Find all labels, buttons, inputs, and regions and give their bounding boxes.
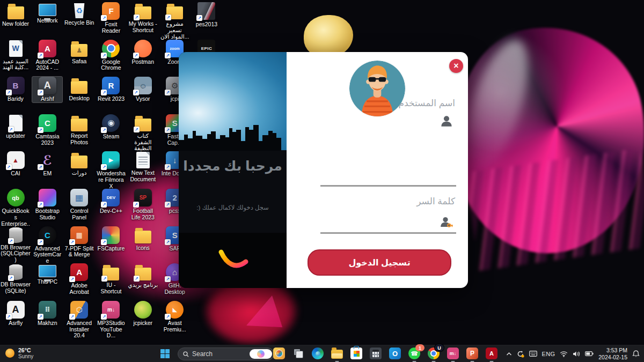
glyph: ℰ bbox=[43, 153, 53, 168]
battery-icon[interactable] bbox=[585, 351, 594, 357]
desktop-icon-vysor[interactable]: ☺↗Vysor bbox=[128, 77, 158, 102]
close-button[interactable]: × bbox=[449, 59, 463, 73]
desktop-icon-db-browser-sqlcipher[interactable]: ↗DB Browser (SQLCipher) bbox=[1, 226, 31, 263]
desktop-icon-bootstrap-studio[interactable]: ↗Bootstrap Studio bbox=[32, 189, 62, 221]
desktop-icon-adobe-acrobat-glyph: A↗ bbox=[70, 263, 88, 281]
copilot-button[interactable] bbox=[250, 349, 272, 359]
edge-taskbar-icon[interactable] bbox=[311, 346, 325, 360]
file-explorer-taskbar-icon[interactable] bbox=[330, 346, 344, 360]
start-button[interactable] bbox=[160, 349, 170, 358]
login-button[interactable]: تسجيل الدخول bbox=[308, 249, 451, 276]
desktop-icon-filmora[interactable]: ▶↗Wondershare Filmora X bbox=[96, 151, 126, 189]
desktop-icon-iu-shortcut[interactable]: ↗IU - Shortcut bbox=[96, 263, 126, 295]
desktop-icon-autocad[interactable]: A↗AutoCAD 2024 - ... bbox=[32, 40, 62, 72]
desktop-icon-baridy[interactable]: B↗Baridy bbox=[1, 77, 31, 102]
touch-keyboard-icon[interactable] bbox=[529, 351, 537, 357]
icon-label: Desktop bbox=[69, 95, 90, 102]
taskbar-clock[interactable]: 3:53 PM 2024-02-15 bbox=[598, 347, 627, 360]
desktop-icon-recycle-bin[interactable]: ♻Recycle Bin bbox=[64, 2, 94, 26]
desktop-icon-google-chrome[interactable]: ↗Google Chrome bbox=[96, 40, 126, 72]
glyph: C bbox=[45, 119, 50, 128]
desktop-icon-advanced-systemcare[interactable]: C↗Advanced SystemCare bbox=[32, 226, 62, 264]
taskbar-search[interactable]: Search bbox=[178, 348, 274, 360]
desktop-icon-safaa-folder[interactable]: ♟Safaa bbox=[64, 40, 94, 65]
task-view-taskbar-icon[interactable] bbox=[291, 346, 305, 360]
desktop-icon-fscapture[interactable]: ↗FSCapture bbox=[96, 226, 126, 252]
volume-icon[interactable] bbox=[573, 351, 580, 357]
hidden-icons-chevron[interactable] bbox=[506, 352, 512, 356]
wifi-icon[interactable] bbox=[560, 351, 568, 357]
desktop-icon-this-pc[interactable]: This PC bbox=[32, 263, 62, 285]
notification-center-icon[interactable] bbox=[632, 350, 640, 357]
desktop-icon-new-folder[interactable]: New folder bbox=[1, 2, 31, 27]
desktop-icon-new-text-document[interactable]: New Text Document bbox=[128, 151, 158, 183]
desktop-icon-adobe-acrobat[interactable]: A↗Adobe Acrobat bbox=[64, 263, 94, 295]
desktop-icon-word-doc[interactable]: Wالسيد عميد ...كلية الهند bbox=[1, 40, 31, 71]
shortcut-arrow-icon: ↗ bbox=[165, 314, 171, 320]
desktop-icon-em[interactable]: ℰ↗EM bbox=[32, 151, 62, 177]
whatsapp-taskbar-icon[interactable]: ☎1 bbox=[407, 346, 421, 360]
desktop-icon-revit[interactable]: R↗Revit 2023 bbox=[96, 77, 126, 102]
desktop-icon-clean-code-folder[interactable]: ↗كتاب الشفرة النظيفة bbox=[128, 114, 158, 152]
desktop-icon-steam[interactable]: ◉↗Steam bbox=[96, 114, 126, 140]
close-icon: × bbox=[453, 61, 458, 71]
desktop-icon-report-photos[interactable]: Report Photos bbox=[64, 114, 94, 146]
outlook-taskbar-icon[interactable]: O bbox=[388, 346, 402, 360]
desktop-icon-desktop-folder[interactable]: Desktop bbox=[64, 77, 94, 102]
desktop-icon-football-life-glyph: SP↗ bbox=[134, 189, 152, 206]
chrome-taskbar-icon[interactable]: U bbox=[427, 346, 441, 360]
glyph: ⌂ bbox=[172, 268, 177, 277]
desktop-icon-7pdf-split-merge[interactable]: ▦↗7-PDF Split & Merge bbox=[64, 226, 94, 258]
desktop-icon-icons-folder[interactable]: Icons bbox=[128, 226, 158, 252]
weather-widget[interactable]: 26°C Sunny bbox=[5, 347, 33, 360]
powerpoint-icon: P bbox=[466, 348, 478, 359]
desktop-icon-advanced-systemcare-glyph: C↗ bbox=[39, 226, 56, 244]
shortcut-arrow-icon: ↗ bbox=[165, 276, 171, 282]
desktop-icon-clean-code-folder-glyph: ↗ bbox=[135, 119, 151, 131]
photos-taskbar-icon[interactable] bbox=[272, 346, 286, 360]
desktop-icon-courses-folder[interactable]: دورات bbox=[64, 151, 94, 176]
icon-label: FSCapture bbox=[98, 246, 125, 252]
desktop-icon-control-panel[interactable]: ▦Control Panel bbox=[64, 189, 94, 221]
chrome-badge: U bbox=[435, 344, 444, 351]
language-indicator[interactable]: ENG bbox=[542, 351, 555, 357]
shortcut-arrow-icon: ↗ bbox=[165, 53, 171, 58]
desktop-icon-pes2013[interactable]: ↗pes2013 bbox=[192, 2, 222, 28]
desktop-icon-makhzn[interactable]: ⠿↗Makhzn bbox=[32, 301, 62, 327]
password-field[interactable] bbox=[320, 232, 456, 234]
desktop-icon-db-browser-sqlite[interactable]: ↗DB Browser (SQLite) bbox=[1, 263, 31, 294]
glyph: m↓ bbox=[450, 351, 457, 356]
sync-update-icon[interactable] bbox=[517, 350, 524, 358]
acrobat-taskbar-icon[interactable]: A bbox=[485, 346, 499, 360]
desktop-icon-avast[interactable]: ◣↗Avast Premiu... bbox=[160, 301, 190, 333]
powerpoint-taskbar-icon[interactable]: P bbox=[465, 346, 479, 360]
shortcut-arrow-icon: ↗ bbox=[69, 239, 75, 245]
desktop-icon-postman[interactable]: ↗Postman bbox=[128, 40, 158, 65]
desktop-icon-updater[interactable]: ↗updater bbox=[1, 114, 31, 139]
desktop-icon-mp3studio[interactable]: m↓↗MP3Studio YouTube D... bbox=[96, 301, 126, 339]
desktop-icon-advanced-installer[interactable]: ⬡↗Advanced Installer 20.4 bbox=[64, 301, 94, 339]
desktop-icon-baridy-glyph: B↗ bbox=[7, 77, 25, 94]
icon-label: Dev-C++ bbox=[100, 208, 122, 215]
microsoft-store-taskbar-icon[interactable] bbox=[349, 346, 363, 360]
desktop-icon-my-works[interactable]: ↗My Works - Shortcut bbox=[128, 2, 158, 34]
calculator-taskbar-icon[interactable] bbox=[369, 346, 383, 360]
desktop-icon-dev-cpp[interactable]: DEV↗Dev-C++ bbox=[96, 189, 126, 215]
desktop-icon-mail-program-folder[interactable]: ↗برنامج بريدي bbox=[128, 263, 158, 289]
icon-label: Asrfly bbox=[9, 320, 23, 327]
desktop-icon-network[interactable]: Network bbox=[32, 2, 62, 24]
desktop-icon-camtasia[interactable]: C↗Camtasia 2023 bbox=[32, 114, 62, 146]
icon-label: السيد عميد ...كلية الهند bbox=[1, 58, 31, 71]
username-field[interactable] bbox=[320, 185, 456, 187]
desktop-icon-foxit-reader[interactable]: F↗Foxit Reader bbox=[96, 2, 126, 34]
glyph: W bbox=[12, 44, 19, 53]
desktop-icon-jcpicker[interactable]: jcpicker bbox=[128, 301, 158, 327]
icon-label: Postman bbox=[132, 59, 154, 65]
desktop-icon-pricing-project[interactable]: ↗مشروع تسعير ...المواد الان bbox=[160, 2, 190, 40]
mp3studio-taskbar-icon[interactable]: m↓ bbox=[446, 346, 460, 360]
icon-label: updater bbox=[6, 133, 25, 139]
desktop-icon-arshf[interactable]: A↗Arshf bbox=[32, 77, 62, 102]
desktop-icon-asrfly[interactable]: A↗Asrfly bbox=[1, 301, 31, 327]
desktop-icon-football-life[interactable]: SP↗Football Life 2023 bbox=[128, 189, 158, 221]
desktop-icon-cai[interactable]: ▲↗CAI bbox=[1, 151, 31, 177]
